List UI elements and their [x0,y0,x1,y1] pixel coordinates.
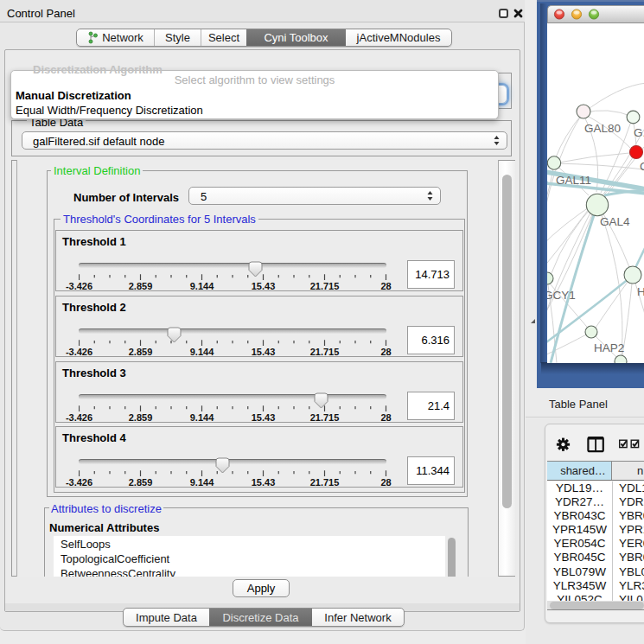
svg-text:HAP2: HAP2 [594,341,624,354]
svg-text:C: C [640,160,644,173]
svg-text:GAL4: GAL4 [600,215,630,228]
svg-text:H: H [637,285,644,298]
svg-text:GAL80: GAL80 [584,122,621,135]
svg-text:GAL11: GAL11 [556,174,591,187]
svg-text:GCY1: GCY1 [547,289,576,302]
svg-text:G.: G. [634,126,644,139]
